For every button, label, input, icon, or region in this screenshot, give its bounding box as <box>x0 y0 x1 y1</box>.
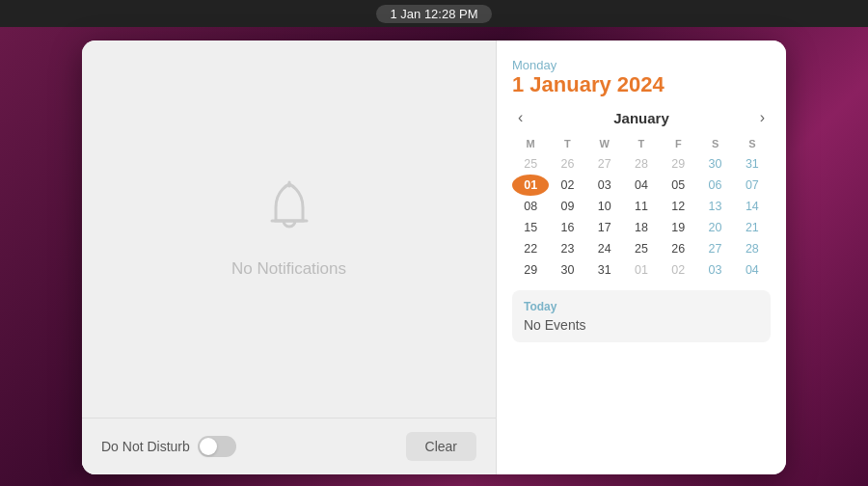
calendar-day[interactable]: 07 <box>734 175 771 196</box>
notifications-empty-state: No Notifications <box>82 40 496 418</box>
calendar-day[interactable]: 26 <box>549 153 585 175</box>
calendar-grid: MTWTFSS 25262728293031010203040506070809… <box>512 136 771 281</box>
calendar-day[interactable]: 29 <box>512 259 549 281</box>
calendar-day[interactable]: 24 <box>586 238 623 259</box>
clear-button[interactable]: Clear <box>406 432 476 461</box>
calendar-day[interactable]: 30 <box>549 259 585 281</box>
calendar-day[interactable]: 25 <box>512 153 549 175</box>
calendar-day[interactable]: 06 <box>696 175 733 196</box>
main-panel: No Notifications Do Not Disturb Clear Mo… <box>82 40 786 474</box>
calendar-events: Today No Events <box>512 290 771 342</box>
notifications-pane: No Notifications Do Not Disturb Clear <box>82 40 497 474</box>
top-bar: 1 Jan 12:28 PM <box>0 0 868 27</box>
calendar-day[interactable]: 15 <box>512 217 549 238</box>
calendar-day[interactable]: 04 <box>623 175 660 196</box>
calendar-day[interactable]: 10 <box>586 196 623 217</box>
calendar-week-row: 15161718192021 <box>512 217 771 238</box>
calendar-week-row: 25262728293031 <box>512 153 771 175</box>
calendar-day[interactable]: 21 <box>734 217 771 238</box>
calendar-week-row: 22232425262728 <box>512 238 771 259</box>
calendar-weekdays-row: MTWTFSS <box>512 136 771 153</box>
calendar-week-row: 01020304050607 <box>512 175 771 196</box>
no-notifications-label: No Notifications <box>231 259 346 279</box>
weekday-header: M <box>512 136 549 153</box>
calendar-day[interactable]: 20 <box>696 217 733 238</box>
calendar-day[interactable]: 27 <box>586 153 623 175</box>
calendar-day[interactable]: 16 <box>549 217 585 238</box>
weekday-header: T <box>623 136 660 153</box>
calendar-day[interactable]: 29 <box>660 153 696 175</box>
calendar-day-name: Monday <box>512 58 771 72</box>
dnd-toggle[interactable] <box>198 436 236 457</box>
weekday-header: F <box>660 136 696 153</box>
calendar-day[interactable]: 18 <box>623 217 660 238</box>
calendar-day[interactable]: 01 <box>623 259 660 281</box>
calendar-day[interactable]: 31 <box>734 153 771 175</box>
weekday-header: S <box>696 136 733 153</box>
calendar-header: Monday 1 January 2024 <box>512 58 771 97</box>
calendar-day[interactable]: 26 <box>660 238 696 259</box>
today-label: Today <box>524 300 759 313</box>
calendar-day[interactable]: 27 <box>696 238 733 259</box>
weekday-header: T <box>549 136 585 153</box>
bell-icon <box>262 180 316 248</box>
notifications-footer: Do Not Disturb Clear <box>82 418 496 474</box>
calendar-day[interactable]: 03 <box>696 259 733 281</box>
calendar-day[interactable]: 09 <box>549 196 585 217</box>
calendar-day[interactable]: 17 <box>586 217 623 238</box>
calendar-day[interactable]: 25 <box>623 238 660 259</box>
prev-month-button[interactable]: ‹ <box>512 107 529 128</box>
calendar-pane: Monday 1 January 2024 ‹ January › MTWTFS… <box>497 40 786 474</box>
weekday-header: W <box>586 136 623 153</box>
calendar-body: 2526272829303101020304050607080910111213… <box>512 153 771 281</box>
calendar-nav: ‹ January › <box>512 107 771 128</box>
calendar-day[interactable]: 05 <box>660 175 696 196</box>
calendar-day[interactable]: 08 <box>512 196 549 217</box>
dnd-row: Do Not Disturb <box>101 436 236 457</box>
calendar-day[interactable]: 14 <box>734 196 771 217</box>
calendar-day[interactable]: 02 <box>549 175 585 196</box>
calendar-day[interactable]: 12 <box>660 196 696 217</box>
calendar-day[interactable]: 31 <box>586 259 623 281</box>
calendar-week-row: 08091011121314 <box>512 196 771 217</box>
calendar-day[interactable]: 02 <box>660 259 696 281</box>
calendar-day[interactable]: 23 <box>549 238 585 259</box>
calendar-full-date: 1 January 2024 <box>512 72 771 97</box>
calendar-day[interactable]: 11 <box>623 196 660 217</box>
next-month-button[interactable]: › <box>754 107 771 128</box>
calendar-day[interactable]: 22 <box>512 238 549 259</box>
dnd-label: Do Not Disturb <box>101 439 190 454</box>
calendar-day[interactable]: 13 <box>696 196 733 217</box>
no-events-label: No Events <box>524 317 759 333</box>
calendar-day[interactable]: 03 <box>586 175 623 196</box>
calendar-day[interactable]: 01 <box>512 175 549 196</box>
calendar-week-row: 29303101020304 <box>512 259 771 281</box>
calendar-day[interactable]: 28 <box>734 238 771 259</box>
calendar-day[interactable]: 19 <box>660 217 696 238</box>
calendar-day[interactable]: 04 <box>734 259 771 281</box>
weekday-header: S <box>734 136 771 153</box>
calendar-day[interactable]: 30 <box>696 153 733 175</box>
datetime-display: 1 Jan 12:28 PM <box>376 5 491 23</box>
calendar-day[interactable]: 28 <box>623 153 660 175</box>
calendar-month-label: January <box>613 110 669 126</box>
